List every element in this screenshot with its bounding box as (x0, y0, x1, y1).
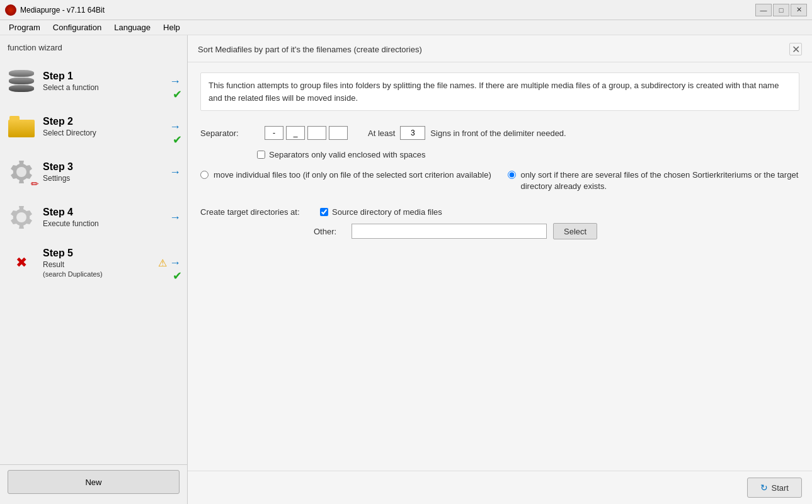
step5-text: Step 5 Result (search Duplicates) (43, 248, 158, 278)
menu-help[interactable]: Help (157, 21, 186, 33)
step5-arrow: → (169, 256, 181, 270)
gear-icon-step4 (9, 205, 34, 230)
step2-checkmark: ✔ (173, 133, 182, 147)
step3-icon: ✏ (6, 157, 37, 187)
app-icon (5, 4, 16, 16)
radio-input-2[interactable] (508, 171, 516, 179)
x-mark-icon: ✖ (16, 255, 27, 271)
sidebar-item-step4[interactable]: Step 4 Execute function → (0, 195, 187, 240)
new-button[interactable]: New (8, 470, 180, 494)
step5-number: Step 5 (43, 248, 158, 259)
radio-label-1[interactable]: move individual files too (if only on fi… (214, 169, 491, 181)
radio-option2: only sort if there are several files of … (508, 169, 800, 192)
source-checkbox-row: Source directory of media files (320, 207, 442, 217)
step3-number: Step 3 (43, 161, 169, 173)
other-row: Other: Select (314, 223, 799, 239)
menu-program[interactable]: Program (3, 21, 47, 33)
step3-text: Step 3 Settings (43, 161, 169, 183)
sidebar-item-step2[interactable]: Step 2 Select Directory → ✔ (0, 104, 187, 149)
sep-box-3[interactable] (307, 126, 326, 140)
sep-input-1[interactable] (266, 127, 282, 139)
titlebar: Mediapurge - v7.11 64Bit — □ ✕ (0, 0, 812, 20)
separator-row: Separator: At least (200, 126, 799, 140)
description-text: This function attempts to group files in… (200, 72, 799, 111)
minimize-button[interactable]: — (755, 4, 772, 16)
atleast-label: At least (368, 129, 395, 138)
other-label: Other: (314, 227, 345, 236)
step5-checkmark: ✔ (173, 269, 182, 283)
new-btn-container: New (0, 464, 187, 499)
step1-text: Step 1 Select a function (43, 71, 169, 92)
gear-icon (9, 159, 34, 185)
step4-number: Step 4 (43, 207, 169, 218)
source-checkbox[interactable] (320, 208, 328, 216)
sep-input-2[interactable] (287, 127, 304, 139)
svg-point-1 (16, 212, 26, 222)
step3-label: Settings (43, 174, 169, 183)
separator-label: Separator: (200, 129, 257, 138)
step5-sublabel: (search Duplicates) (43, 270, 158, 278)
sidebar: function wizard Step 1 Select a function… (0, 35, 188, 504)
close-button[interactable]: ✕ (791, 4, 807, 16)
start-button[interactable]: ↻ Start (747, 478, 802, 498)
titlebar-controls: — □ ✕ (755, 4, 807, 16)
svg-point-0 (16, 167, 26, 177)
source-checkbox-label[interactable]: Source directory of media files (332, 207, 442, 217)
step3-arrow: → (169, 166, 181, 179)
atleast-desc: Signs in front of the delimiter needed. (430, 129, 566, 138)
content-header: Sort Mediafiles by part of it's the file… (188, 35, 812, 62)
atleast-input[interactable] (400, 126, 425, 140)
menubar: Program Configuration Language Help (0, 20, 812, 35)
radio-section: move individual files too (if only on fi… (200, 169, 799, 192)
radio-input-1[interactable] (200, 171, 209, 179)
sep-input-4[interactable] (330, 127, 346, 139)
step2-icon (6, 112, 37, 142)
spaces-checkbox-label[interactable]: Separators only valid enclosed with spac… (269, 150, 426, 159)
maximize-button[interactable]: □ (773, 4, 789, 16)
step2-arrow: → (169, 120, 181, 134)
start-label: Start (772, 483, 789, 493)
target-section: Create target directories at: Source dir… (200, 207, 799, 239)
sep-box-2[interactable] (286, 126, 305, 140)
sep-input-3[interactable] (309, 127, 325, 139)
separator-boxes (265, 126, 348, 140)
sidebar-header: function wizard (0, 40, 187, 59)
sidebar-item-step3[interactable]: ✏ Step 3 Settings → (0, 149, 187, 195)
sidebar-item-step5[interactable]: ✖ Step 5 Result (search Duplicates) ⚠ → … (0, 240, 187, 285)
pen-icon: ✏ (31, 178, 39, 190)
content-area: Sort Mediafiles by part of it's the file… (188, 35, 812, 504)
content-close-button[interactable]: ✕ (789, 43, 802, 55)
atleast-section: At least Signs in front of the delimiter… (368, 126, 566, 140)
sep-box-1[interactable] (265, 126, 283, 140)
sep-box-4[interactable] (329, 126, 348, 140)
step2-text: Step 2 Select Directory (43, 116, 169, 137)
step1-number: Step 1 (43, 71, 169, 82)
spaces-checkbox[interactable] (257, 151, 265, 159)
step1-checkmark: ✔ (173, 88, 182, 101)
step5-icon-group: ✖ (16, 255, 27, 271)
radio-label-2[interactable]: only sort if there are several files of … (521, 169, 800, 192)
database-icon (9, 70, 34, 93)
step1-icon (6, 66, 37, 96)
sidebar-item-step1[interactable]: Step 1 Select a function → ✔ (0, 59, 187, 104)
warning-icon: ⚠ (158, 257, 167, 269)
step4-text: Step 4 Execute function (43, 207, 169, 228)
step1-label: Select a function (43, 83, 169, 92)
content-title: Sort Mediafiles by part of it's the file… (198, 45, 422, 54)
step4-label: Execute function (43, 219, 169, 228)
target-row: Create target directories at: Source dir… (200, 207, 799, 217)
step4-arrow: → (169, 211, 181, 224)
menu-language[interactable]: Language (108, 21, 157, 33)
content-footer: ↻ Start (188, 471, 812, 504)
radio-option1: move individual files too (if only on fi… (200, 169, 493, 181)
other-input[interactable] (352, 224, 547, 239)
step2-label: Select Directory (43, 129, 169, 137)
folder-icon (8, 116, 35, 137)
step1-arrow: → (169, 75, 181, 88)
step4-icon (6, 202, 37, 232)
menu-configuration[interactable]: Configuration (47, 21, 108, 33)
select-button[interactable]: Select (553, 223, 597, 239)
start-icon: ↻ (760, 483, 768, 493)
create-target-label: Create target directories at: (200, 207, 314, 217)
step5-icon: ✖ (6, 248, 37, 278)
